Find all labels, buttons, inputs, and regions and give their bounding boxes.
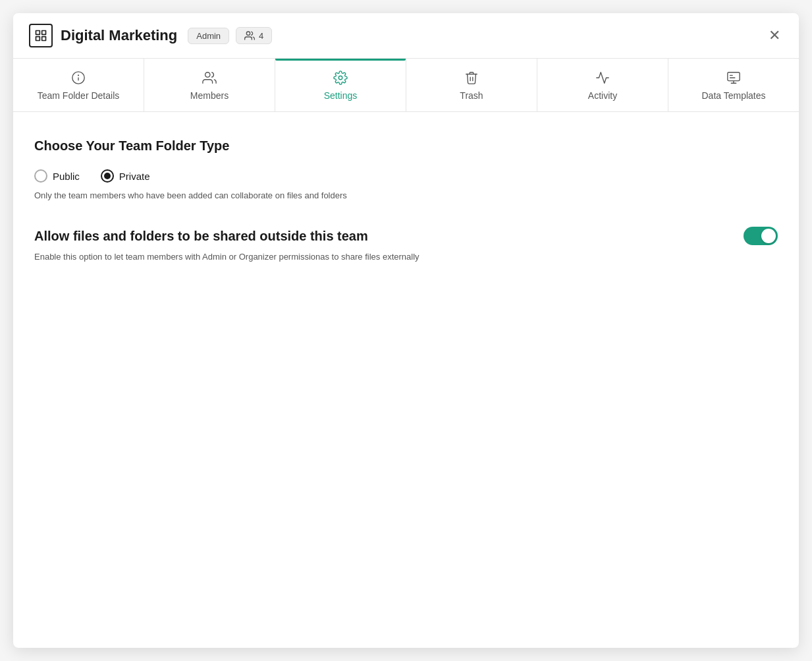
svg-point-8 (78, 75, 79, 76)
radio-group: Public Private (34, 169, 778, 183)
sharing-title: Allow files and folders to be shared out… (34, 229, 368, 244)
members-count: 4 (259, 31, 263, 41)
sharing-desc: Enable this option to let team members w… (34, 252, 778, 262)
folder-type-title: Choose Your Team Folder Type (34, 138, 778, 154)
app-logo (29, 24, 53, 47)
radio-public[interactable]: Public (34, 169, 80, 183)
sharing-section: Allow files and folders to be shared out… (34, 227, 778, 262)
sharing-toggle[interactable] (744, 227, 778, 245)
radio-private-label: Private (119, 171, 150, 182)
svg-rect-1 (42, 31, 46, 35)
svg-rect-0 (36, 31, 40, 35)
tab-activity-label: Activity (588, 90, 617, 101)
modal: Digital Marketing Admin 4 ✕ Team Folder … (13, 13, 799, 648)
svg-rect-11 (728, 72, 740, 81)
tab-team-folder-details[interactable]: Team Folder Details (13, 59, 144, 111)
tab-settings[interactable]: Settings (275, 59, 406, 111)
tab-members-label: Members (190, 90, 229, 101)
folder-type-desc: Only the team members who have been adde… (34, 190, 778, 200)
trash-icon (464, 71, 479, 85)
tab-trash[interactable]: Trash (406, 59, 537, 111)
svg-rect-2 (36, 37, 40, 41)
tab-data-templates-label: Data Templates (701, 90, 765, 101)
folder-type-section: Choose Your Team Folder Type Public Priv… (34, 138, 778, 200)
members-icon (244, 30, 255, 41)
radio-public-circle (34, 169, 47, 183)
tab-trash-label: Trash (460, 90, 483, 101)
users-icon (202, 71, 217, 85)
tab-activity[interactable]: Activity (537, 59, 668, 111)
info-icon (71, 71, 86, 85)
activity-icon (595, 71, 610, 85)
radio-private[interactable]: Private (101, 169, 150, 183)
svg-point-10 (338, 76, 342, 80)
close-button[interactable]: ✕ (766, 26, 783, 45)
svg-rect-3 (42, 37, 46, 41)
tab-settings-label: Settings (324, 90, 358, 101)
sharing-toggle-row: Allow files and folders to be shared out… (34, 227, 778, 245)
settings-icon (333, 71, 348, 85)
settings-content: Choose Your Team Folder Type Public Priv… (13, 112, 799, 288)
radio-public-label: Public (53, 171, 80, 182)
radio-private-dot (104, 173, 111, 179)
tab-members[interactable]: Members (144, 59, 275, 111)
svg-point-9 (205, 72, 210, 77)
tab-team-folder-details-label: Team Folder Details (38, 90, 120, 101)
tabs-container: Team Folder Details Members Settings (13, 59, 799, 112)
tab-data-templates[interactable]: Data Templates (668, 59, 799, 111)
data-templates-icon (726, 71, 741, 85)
radio-private-circle (101, 169, 114, 183)
svg-point-4 (246, 32, 250, 35)
modal-header: Digital Marketing Admin 4 ✕ (13, 13, 799, 59)
folder-name: Digital Marketing (61, 27, 177, 44)
members-badge: 4 (236, 27, 272, 44)
admin-badge: Admin (188, 28, 229, 44)
